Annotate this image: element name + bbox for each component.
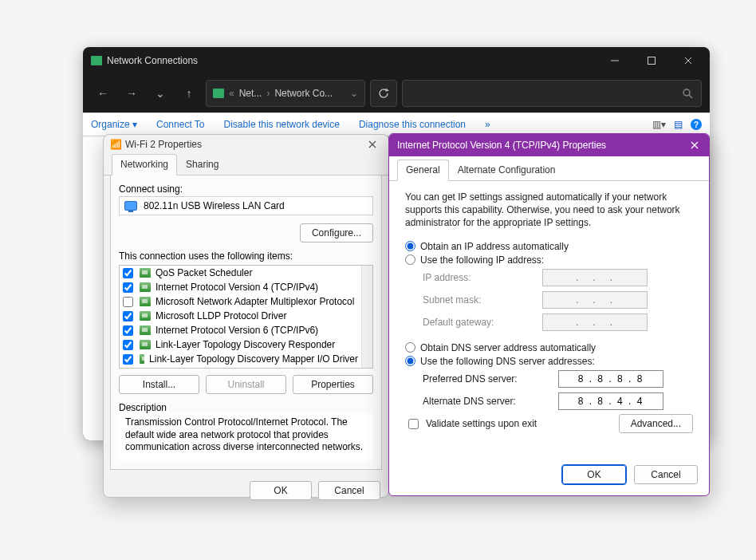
svg-point-4: [683, 89, 690, 96]
protocol-list-item[interactable]: Internet Protocol Version 6 (TCP/IPv6): [120, 323, 361, 337]
connect-using-label: Connect using:: [119, 183, 373, 195]
search-input[interactable]: [402, 80, 702, 107]
diagnose-button[interactable]: Diagnose this connection: [359, 119, 466, 130]
svg-line-5: [689, 95, 692, 98]
network-icon: [213, 89, 224, 98]
protocol-checkbox[interactable]: [123, 268, 133, 278]
protocol-label: Internet Protocol Version 4 (TCP/IPv4): [156, 282, 318, 293]
maximize-button[interactable]: [633, 49, 670, 73]
description-text: You can get IP settings assigned automat…: [405, 191, 693, 230]
organize-menu[interactable]: Organize ▾: [91, 119, 137, 130]
protocol-icon: [140, 282, 151, 292]
protocol-icon: [140, 325, 151, 335]
overflow-menu[interactable]: »: [485, 119, 490, 130]
wifi-properties-dialog: 📶 Wi-Fi 2 Properties Networking Sharing …: [103, 134, 389, 498]
default-gateway-label: Default gateway:: [423, 317, 542, 328]
toolbar: ← → ⌄ ↑ « Net... › Network Co... ⌄: [83, 74, 710, 112]
network-icon: [91, 56, 102, 65]
ip-address-label: IP address:: [423, 272, 542, 283]
window-title: Network Connections: [107, 55, 597, 66]
adapter-name: 802.11n USB Wireless LAN Card: [144, 200, 285, 211]
forward-button[interactable]: →: [120, 81, 144, 105]
address-bar[interactable]: « Net... › Network Co... ⌄: [206, 80, 365, 107]
subnet-mask-field: [542, 291, 648, 309]
protocol-label: Microsoft LLDP Protocol Driver: [156, 310, 287, 321]
protocol-label: Link-Layer Topology Discovery Mapper I/O…: [149, 353, 358, 365]
properties-button[interactable]: Properties: [293, 375, 373, 394]
description-label: Description: [119, 402, 373, 413]
install-button[interactable]: Install...: [119, 375, 199, 394]
view-icon[interactable]: ▥▾: [652, 119, 666, 130]
breadcrumb-1[interactable]: Net...: [239, 88, 262, 99]
use-ip-radio[interactable]: [405, 254, 415, 265]
protocol-list-item[interactable]: Link-Layer Topology Discovery Responder: [120, 337, 361, 352]
use-dns-radio[interactable]: [405, 356, 415, 366]
protocol-icon: [140, 340, 151, 349]
close-button[interactable]: [358, 135, 387, 154]
breadcrumb-2[interactable]: Network Co...: [274, 88, 333, 99]
tab-strip: General Alternate Configuration: [389, 160, 709, 181]
obtain-dns-radio[interactable]: [405, 342, 415, 353]
default-gateway-field: [542, 314, 648, 331]
validate-label: Validate settings upon exit: [426, 418, 537, 429]
tab-alternate[interactable]: Alternate Configuration: [449, 160, 565, 181]
uninstall-button[interactable]: Uninstall: [206, 375, 286, 394]
advanced-button[interactable]: Advanced...: [619, 414, 693, 433]
protocol-icon: [140, 311, 151, 321]
protocol-checkbox[interactable]: [123, 311, 133, 321]
protocol-list-item[interactable]: Microsoft LLDP Protocol Driver: [120, 309, 361, 323]
protocol-icon: [140, 354, 144, 364]
protocol-checkbox[interactable]: [123, 297, 133, 307]
ok-button[interactable]: OK: [562, 465, 626, 484]
protocol-label: Link-Layer Topology Discovery Responder: [156, 339, 335, 350]
titlebar: Network Connections: [83, 47, 710, 74]
protocol-checkbox[interactable]: [123, 354, 133, 365]
obtain-ip-radio[interactable]: [405, 241, 415, 251]
help-icon[interactable]: ?: [691, 119, 702, 130]
protocol-checkbox[interactable]: [123, 340, 133, 350]
cancel-button[interactable]: Cancel: [318, 481, 380, 500]
protocol-list: QoS Packet SchedulerInternet Protocol Ve…: [119, 265, 373, 369]
ok-button[interactable]: OK: [250, 481, 312, 500]
validate-checkbox[interactable]: [408, 419, 419, 429]
protocol-label: QoS Packet Scheduler: [156, 267, 252, 278]
scrollbar[interactable]: [361, 266, 372, 368]
search-icon: [682, 88, 693, 99]
configure-button[interactable]: Configure...: [300, 223, 373, 243]
titlebar: 📶 Wi-Fi 2 Properties: [104, 135, 388, 154]
close-button[interactable]: [680, 136, 709, 155]
protocol-checkbox[interactable]: [123, 325, 133, 336]
protocol-list-item[interactable]: Microsoft Network Adapter Multiplexor Pr…: [120, 294, 361, 309]
chevron-down-icon[interactable]: ⌄: [350, 88, 358, 99]
tcpip-properties-dialog: Internet Protocol Version 4 (TCP/IPv4) P…: [388, 133, 710, 496]
alternate-dns-field[interactable]: [558, 392, 663, 410]
tab-general[interactable]: General: [397, 160, 449, 181]
items-label: This connection uses the following items…: [119, 250, 373, 262]
tab-networking[interactable]: Networking: [112, 154, 177, 175]
cancel-button[interactable]: Cancel: [634, 465, 698, 484]
refresh-button[interactable]: [370, 80, 397, 107]
details-pane-icon[interactable]: ▤: [674, 119, 683, 130]
history-dropdown[interactable]: ⌄: [148, 81, 172, 105]
protocol-checkbox[interactable]: [123, 282, 133, 293]
protocol-icon: [140, 297, 151, 306]
description-text: Transmission Control Protocol/Internet P…: [119, 413, 373, 461]
minimize-button[interactable]: [597, 49, 633, 73]
use-ip-label: Use the following IP address:: [420, 254, 544, 266]
back-button[interactable]: ←: [91, 81, 115, 105]
disable-device-button[interactable]: Disable this network device: [224, 119, 340, 130]
svg-rect-1: [648, 57, 656, 65]
protocol-list-item[interactable]: Internet Protocol Version 4 (TCP/IPv4): [120, 280, 361, 294]
protocol-list-item[interactable]: QoS Packet Scheduler: [120, 266, 361, 280]
up-button[interactable]: ↑: [177, 81, 201, 105]
tab-sharing[interactable]: Sharing: [177, 154, 227, 175]
close-button[interactable]: [670, 49, 707, 73]
use-dns-label: Use the following DNS server addresses:: [420, 356, 595, 367]
wifi-icon: 📶: [110, 139, 122, 150]
connect-to-button[interactable]: Connect To: [156, 119, 205, 130]
ip-address-field: [542, 269, 648, 286]
protocol-list-item[interactable]: Link-Layer Topology Discovery Mapper I/O…: [120, 352, 361, 366]
preferred-dns-label: Preferred DNS server:: [423, 373, 558, 385]
protocol-label: Internet Protocol Version 6 (TCP/IPv6): [156, 325, 318, 336]
preferred-dns-field[interactable]: [558, 370, 663, 388]
